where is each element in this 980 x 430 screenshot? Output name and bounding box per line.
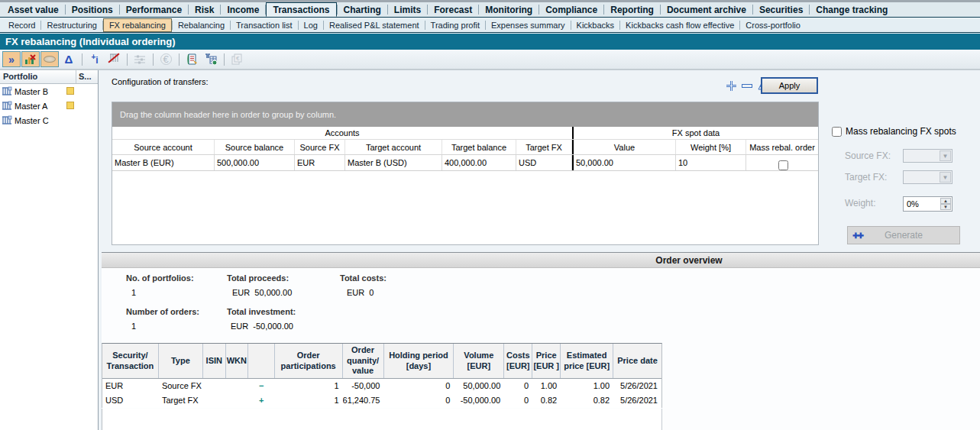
mass-rebalancing-checkbox[interactable] <box>832 127 842 137</box>
group-by-hint: Drag the column header here in order to … <box>120 110 336 119</box>
ocol-holding-period[interactable]: Holding period [days] <box>384 344 454 378</box>
app-window: Asset value Positions Performance Risk I… <box>0 0 980 430</box>
tab-transactions[interactable]: Transactions <box>266 2 336 17</box>
stepper-down-icon[interactable]: ▼ <box>940 204 951 210</box>
subtab-kickbacks-cash-flow[interactable]: Kickbacks cash flow effective <box>620 18 739 32</box>
status-column-header[interactable]: S... <box>76 70 98 83</box>
ocol-estimated-price[interactable]: Estimated price [EUR] <box>561 344 613 378</box>
tab-income[interactable]: Income <box>221 2 265 17</box>
copy-pages-euro-icon[interactable]: € <box>228 51 246 67</box>
col-source-balance[interactable]: Source balance <box>215 140 295 154</box>
tab-securities[interactable]: Securities <box>753 2 809 17</box>
col-target-balance[interactable]: Target balance <box>442 140 516 154</box>
chart-analysis-icon[interactable] <box>21 51 40 67</box>
ocol-order-participations[interactable]: Order participations <box>275 344 343 378</box>
cell-price: 0.82 <box>532 393 561 408</box>
ocol-order-quantity-value[interactable]: Order quanity/ value <box>343 344 384 378</box>
subtab-trading-profit[interactable]: Trading profit <box>425 18 485 32</box>
ocol-sign[interactable] <box>248 344 275 378</box>
ocol-type[interactable]: Type <box>159 344 203 378</box>
col-source-account[interactable]: Source account <box>112 140 215 154</box>
orders-grid: Security/ Transaction Type ISIN WKN Orde… <box>102 343 662 408</box>
col-target-account[interactable]: Target account <box>345 140 442 154</box>
subtab-restructuring[interactable]: Restructuring <box>41 18 102 32</box>
cell-type: Target FX <box>159 393 203 408</box>
tab-forecast[interactable]: Forecast <box>428 2 478 17</box>
generate-plus-icon: ✚✚ <box>852 231 862 240</box>
tab-document-archive[interactable]: Document archive <box>661 2 752 17</box>
cell-volume: -50,000.00 <box>454 393 504 408</box>
portfolio-panel-header: Portfolio S... <box>0 70 98 84</box>
order-book-icon[interactable] <box>183 51 201 67</box>
order-row-eur[interactable]: EUR Source FX − 1 -50,000 0 50,000.00 0 … <box>102 379 661 393</box>
subtab-log[interactable]: Log <box>299 18 323 32</box>
portfolio-item-master-c[interactable]: Master C <box>0 113 98 128</box>
generate-button[interactable]: ✚✚ Generate <box>847 226 960 244</box>
portfolio-column-header[interactable]: Portfolio <box>0 70 76 83</box>
import-table-icon[interactable] <box>202 51 220 67</box>
tab-asset-value[interactable]: Asset value <box>2 2 65 17</box>
col-target-fx[interactable]: Target FX <box>516 140 572 154</box>
stepper-up-icon[interactable]: ▲ <box>940 198 951 204</box>
ocol-security-transaction[interactable]: Security/ Transaction <box>102 344 159 378</box>
minus-sign-icon: − <box>248 379 275 393</box>
tab-reporting[interactable]: Reporting <box>604 2 660 17</box>
delta-icon[interactable]: Δ <box>60 51 78 67</box>
subtab-expenses-summary[interactable]: Expenses summary <box>486 18 571 32</box>
subtab-rebalancing[interactable]: Rebalancing <box>173 18 230 32</box>
portfolio-item-label: Master B <box>15 87 48 96</box>
cell-price: 1.00 <box>532 379 561 393</box>
portfolio-item-master-a[interactable]: Master A <box>0 99 98 113</box>
subtab-kickbacks[interactable]: Kickbacks <box>571 18 620 32</box>
euro-coin-icon[interactable]: € <box>157 51 175 67</box>
ocol-price-date[interactable]: Price date <box>613 344 661 378</box>
order-row-usd[interactable]: USD Target FX + 1 61,240.75 0 -50,000.00… <box>102 393 661 408</box>
ocol-wkn[interactable]: WKN <box>226 344 248 378</box>
tab-change-tracking[interactable]: Change tracking <box>810 2 894 17</box>
subtab-fx-rebalancing[interactable]: FX rebalancing <box>103 18 172 32</box>
add-row-icon[interactable] <box>726 80 737 92</box>
cell-wkn <box>226 393 248 408</box>
apply-button[interactable]: Apply <box>761 77 818 94</box>
subtab-cross-portfolio[interactable]: Cross-portfolio <box>740 18 806 32</box>
cell-estimated-price: 1.00 <box>561 379 613 393</box>
ocol-isin[interactable]: ISIN <box>203 344 226 378</box>
group-by-drop-zone[interactable]: Drag the column header here in order to … <box>112 102 818 127</box>
portfolio-item-master-b[interactable]: Master B <box>0 84 98 99</box>
subtab-realised-pl[interactable]: Realised P&L statement <box>324 18 425 32</box>
tab-risk[interactable]: Risk <box>189 2 220 17</box>
subtab-record[interactable]: Record <box>3 18 40 32</box>
col-value[interactable]: Value <box>574 140 676 154</box>
delete-harp-icon[interactable] <box>105 51 123 67</box>
tab-performance[interactable]: Performance <box>120 2 188 17</box>
tab-compliance[interactable]: Compliance <box>539 2 603 17</box>
ocol-price[interactable]: Price [EUR ] <box>532 344 561 378</box>
ocol-volume[interactable]: Volume [EUR] <box>454 344 504 378</box>
col-mass-rebal-order[interactable]: Mass rebal. order <box>746 140 818 154</box>
ocol-costs[interactable]: Costs [EUR] <box>504 344 532 378</box>
mass-rebal-order-checkbox[interactable] <box>778 160 788 170</box>
target-fx-dropdown[interactable]: ▼ <box>903 170 953 184</box>
no-of-portfolios-value: 1 <box>131 288 136 297</box>
chevron-down-icon: ▼ <box>940 150 951 161</box>
remove-row-icon[interactable] <box>742 84 752 88</box>
cell-estimated-price: 0.82 <box>561 393 613 408</box>
tab-positions[interactable]: Positions <box>66 2 119 17</box>
expand-icon[interactable]: » <box>2 51 21 67</box>
portfolio-panel: Portfolio S... Master B Master A Mas <box>0 70 99 430</box>
tab-charting[interactable]: Charting <box>338 2 387 17</box>
ellipse-icon[interactable] <box>40 51 59 67</box>
add-info-icon[interactable]: +i <box>86 51 104 67</box>
order-overview-title: Order overview <box>655 255 722 266</box>
source-fx-dropdown[interactable]: ▼ <box>903 149 953 163</box>
transfer-row[interactable]: Master B (EUR) 500,000.00 EUR Master B (… <box>112 155 818 171</box>
portfolio-icon <box>2 115 12 125</box>
col-source-fx[interactable]: Source FX <box>295 140 345 154</box>
tab-limits[interactable]: Limits <box>388 2 427 17</box>
col-weight[interactable]: Weight [%] <box>676 140 746 154</box>
weight-stepper[interactable]: 0% ▲▼ <box>903 196 953 212</box>
sliders-icon[interactable] <box>131 51 149 67</box>
subtab-transaction-list[interactable]: Transaction list <box>231 18 298 32</box>
tab-monitoring[interactable]: Monitoring <box>479 2 539 17</box>
chevron-down-icon: ▼ <box>940 172 951 183</box>
